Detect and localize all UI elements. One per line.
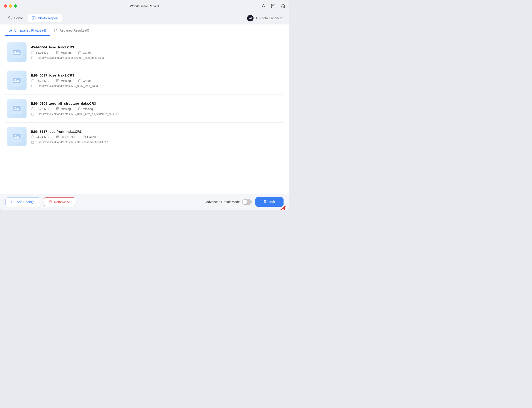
- home-button[interactable]: Home: [4, 14, 27, 22]
- home-label: Home: [14, 16, 23, 20]
- file-meta: 24.74 MB 5632*3710 Canon: [31, 135, 282, 139]
- ai-enhancer-button[interactable]: AI AI Photo Enhancer: [244, 14, 285, 23]
- svg-point-10: [15, 51, 16, 52]
- file-info: 454A0664_lose_trak1.CR3 63.95 MB Missing…: [31, 45, 282, 60]
- file-name: IMG_0109_zero_all_structure_data.CR3: [31, 102, 282, 105]
- svg-rect-9: [13, 50, 20, 55]
- file-thumbnail: [7, 127, 26, 146]
- minimize-button[interactable]: [9, 4, 12, 8]
- file-path: /Users/ws1/Desktop/Photos/454A0664_lose_…: [31, 56, 282, 60]
- main-content: Unrepaired Photos (4) Repaired Results (…: [0, 25, 289, 194]
- traffic-lights: [4, 4, 17, 8]
- tabs-bar: Unrepaired Photos (4) Repaired Results (…: [0, 25, 289, 36]
- table-row: 454A0664_lose_trak1.CR3 63.95 MB Missing…: [5, 38, 284, 66]
- remove-all-label: Remove All: [54, 200, 70, 204]
- add-photos-button[interactable]: + + Add Photo(s): [6, 197, 40, 206]
- svg-point-0: [263, 4, 264, 6]
- svg-point-7: [10, 30, 10, 30]
- table-row: IMG_0109_zero_all_structure_data.CR3 36.…: [5, 94, 284, 123]
- navbar: Home Photo Repair AI AI Photo Enhancer: [0, 12, 289, 25]
- maximize-button[interactable]: [14, 4, 17, 8]
- bottombar: + + Add Photo(s) Remove All Advanced Rep…: [0, 194, 289, 210]
- home-icon: [7, 16, 12, 20]
- svg-rect-43: [83, 136, 86, 138]
- advanced-mode-toggle[interactable]: [242, 199, 252, 205]
- file-name: IMG_3117-lose-front-mdat.CR3: [31, 129, 282, 134]
- toggle-knob: [243, 200, 247, 204]
- file-thumbnail: [7, 70, 26, 90]
- file-meta: 63.95 MB Missing Canon: [31, 51, 282, 54]
- svg-point-19: [15, 79, 16, 80]
- photo-repair-button[interactable]: Photo Repair: [28, 14, 62, 22]
- file-meta: 25.74 MB Missing Canon: [31, 79, 282, 83]
- remove-all-button[interactable]: Remove All: [44, 197, 75, 206]
- add-photos-icon: +: [10, 200, 12, 204]
- svg-rect-29: [56, 108, 59, 110]
- account-icon[interactable]: [261, 3, 266, 8]
- file-size: 36.26 MB: [31, 107, 49, 111]
- svg-rect-16: [78, 52, 81, 54]
- svg-point-5: [33, 17, 33, 18]
- repair-label: Repair: [264, 200, 275, 204]
- photo-repair-icon: [31, 16, 36, 20]
- advanced-mode-control: Advanced Repair Mode: [206, 199, 252, 205]
- svg-rect-20: [56, 79, 59, 82]
- file-resolution: 5632*3710: [56, 135, 75, 139]
- file-info: IMG_0037_lose_trak3.CR3 25.74 MB Missing…: [31, 73, 282, 88]
- ai-enhancer-label: AI Photo Enhancer: [255, 16, 283, 20]
- close-button[interactable]: [4, 4, 7, 8]
- file-camera: Canon: [78, 79, 92, 83]
- svg-rect-38: [56, 136, 59, 138]
- file-name: IMG_0037_lose_trak3.CR3: [31, 73, 282, 77]
- file-size: 25.74 MB: [31, 79, 49, 83]
- file-name: 454A0664_lose_trak1.CR3: [31, 45, 282, 49]
- arrow-indicator: [278, 204, 287, 210]
- unrepaired-tab-icon: [8, 28, 12, 33]
- advanced-mode-label: Advanced Repair Mode: [206, 200, 240, 204]
- file-size: 63.95 MB: [31, 51, 49, 54]
- add-photos-label: + Add Photo(s): [14, 200, 35, 204]
- svg-point-37: [15, 135, 16, 136]
- file-meta: 36.26 MB Missing Missing: [31, 107, 282, 111]
- file-info: IMG_3117-lose-front-mdat.CR3 24.74 MB 56…: [31, 129, 282, 144]
- trash-icon: [49, 200, 52, 204]
- titlebar: Wondershare Repairit: [0, 0, 289, 12]
- help-icon[interactable]: [280, 3, 285, 8]
- svg-point-28: [15, 107, 16, 108]
- tab-repaired[interactable]: Repaired Results (0): [50, 26, 93, 36]
- svg-rect-27: [13, 106, 20, 111]
- svg-rect-36: [13, 134, 20, 139]
- file-thumbnail: [7, 99, 26, 118]
- app-title: Wondershare Repairit: [130, 4, 159, 8]
- file-resolution: Missing: [56, 79, 71, 83]
- file-thumbnail: [7, 42, 26, 62]
- file-camera: Canon: [78, 51, 92, 54]
- file-path: /Users/ws1/Desktop/Photos/IMG_0109_zero_…: [31, 112, 282, 116]
- tab-unrepaired[interactable]: Unrepaired Photos (4): [5, 26, 50, 36]
- svg-rect-11: [56, 51, 59, 54]
- photo-repair-label: Photo Repair: [38, 16, 58, 20]
- tab-repaired-label: Repaired Results (0): [60, 29, 89, 32]
- file-path: /Users/ws1/Desktop/Photos/IMG_3117-lose-…: [31, 141, 282, 144]
- table-row: IMG_0037_lose_trak3.CR3 25.74 MB Missing…: [5, 66, 284, 94]
- chat-icon[interactable]: [270, 3, 276, 8]
- file-camera: Canon: [83, 135, 96, 139]
- titlebar-actions: [261, 3, 285, 8]
- tab-unrepaired-label: Unrepaired Photos (4): [14, 29, 46, 32]
- file-camera: Missing: [78, 107, 93, 111]
- repaired-tab-icon: [53, 28, 58, 33]
- file-path: /Users/ws1/Desktop/Photos/IMG_0037_lose_…: [31, 84, 282, 88]
- svg-rect-34: [78, 108, 81, 110]
- file-resolution: Missing: [56, 107, 71, 111]
- file-list: 454A0664_lose_trak1.CR3 63.95 MB Missing…: [0, 36, 289, 194]
- ai-badge: AI: [247, 15, 253, 21]
- file-info: IMG_0109_zero_all_structure_data.CR3 36.…: [31, 102, 282, 116]
- svg-rect-25: [78, 80, 81, 82]
- table-row: IMG_3117-lose-front-mdat.CR3 24.74 MB 56…: [5, 123, 284, 151]
- file-resolution: Missing: [56, 51, 71, 54]
- file-size: 24.74 MB: [31, 135, 49, 139]
- svg-rect-18: [13, 78, 20, 83]
